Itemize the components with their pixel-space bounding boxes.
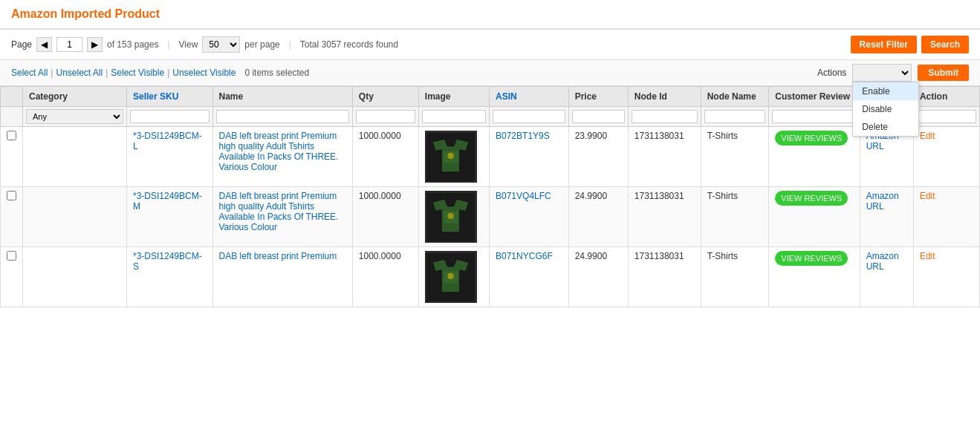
filter-asin-input[interactable] <box>493 110 565 123</box>
product-name-link[interactable]: DAB left breast print Premium high quali… <box>219 131 339 172</box>
row-category <box>23 187 127 247</box>
row-qty: 1000.0000 <box>352 127 418 187</box>
edit-link[interactable]: Edit <box>920 131 935 141</box>
row-action[interactable]: Edit <box>913 127 979 187</box>
page-prev-button[interactable]: ◀ <box>36 37 52 52</box>
row-name[interactable]: DAB left breast print Premium <box>212 247 352 307</box>
row-a[interactable]: Amazon URL <box>860 187 913 247</box>
page-input[interactable] <box>56 37 82 52</box>
table-row: *3-DSI1249BCM-S DAB left breast print Pr… <box>1 247 980 307</box>
row-seller-sku[interactable]: *3-DSI1249BCM-S <box>127 247 213 307</box>
filter-name-input[interactable] <box>216 110 349 123</box>
row-price: 23.9900 <box>568 127 628 187</box>
unselect-all-link[interactable]: Unselect All <box>56 68 103 78</box>
row-asin[interactable]: B071VQ4LFC <box>490 187 569 247</box>
seller-sku-link[interactable]: *3-DSI1249BCM-M <box>133 191 202 212</box>
row-checkbox[interactable] <box>7 131 16 140</box>
view-reviews-button[interactable]: VIEW REVIEWS <box>775 131 848 146</box>
asin-link[interactable]: B071VQ4LFC <box>496 191 551 201</box>
row-checkbox[interactable] <box>7 191 16 200</box>
filter-price[interactable] <box>568 107 628 127</box>
filter-cr-input[interactable] <box>772 110 856 123</box>
filter-image[interactable] <box>418 107 489 127</box>
filter-node-id-input[interactable] <box>632 110 698 123</box>
seller-sku-link[interactable]: *3-DSI1249BCM-L <box>133 131 202 151</box>
asin-link[interactable]: B071NYCG6F <box>496 251 553 261</box>
row-customer-review[interactable]: VIEW REVIEWS <box>769 187 860 247</box>
select-visible-link[interactable]: Select Visible <box>111 68 164 78</box>
view-reviews-button[interactable]: VIEW REVIEWS <box>775 191 848 206</box>
table-row: *3-DSI1249BCM-L DAB left breast print Pr… <box>1 127 980 187</box>
dropdown-enable[interactable]: Enable <box>853 82 918 100</box>
filter-qty-input[interactable] <box>356 110 415 123</box>
filter-action-input[interactable] <box>917 110 976 123</box>
items-selected-count: 0 items selected <box>244 68 309 78</box>
row-checkbox-cell[interactable] <box>1 247 23 307</box>
filter-price-input[interactable] <box>572 110 625 123</box>
row-action[interactable]: Edit <box>913 187 979 247</box>
col-seller-sku: Seller SKU <box>127 87 213 107</box>
page-header: Amazon Imported Product <box>0 0 980 30</box>
product-name-link[interactable]: DAB left breast print Premium high quali… <box>219 191 339 232</box>
filter-node-id[interactable] <box>628 107 701 127</box>
filter-node-name[interactable] <box>701 107 769 127</box>
row-customer-review[interactable]: VIEW REVIEWS <box>769 247 860 307</box>
row-a[interactable]: Amazon URL <box>860 247 913 307</box>
filter-seller-sku[interactable] <box>127 107 213 127</box>
view-select[interactable]: 50 100 200 <box>202 36 240 53</box>
row-seller-sku[interactable]: *3-DSI1249BCM-L <box>127 127 213 187</box>
row-asin[interactable]: B071NYCG6F <box>490 247 569 307</box>
filter-name[interactable] <box>212 107 352 127</box>
table-filter-row: Any <box>1 107 980 127</box>
filter-cr[interactable] <box>769 107 860 127</box>
filter-asin[interactable] <box>490 107 569 127</box>
actions-dropdown-wrapper[interactable]: Enable Disable Delete Enable Disable Del… <box>852 64 912 82</box>
row-image <box>418 187 489 247</box>
row-asin[interactable]: B072BT1Y9S <box>490 127 569 187</box>
row-seller-sku[interactable]: *3-DSI1249BCM-M <box>127 187 213 247</box>
select-all-link[interactable]: Select All <box>11 68 48 78</box>
col-category: Category <box>23 87 127 107</box>
amazon-url-link[interactable]: Amazon URL <box>866 251 899 272</box>
svg-point-3 <box>448 152 454 158</box>
row-customer-review[interactable]: VIEW REVIEWS <box>769 127 860 187</box>
reset-filter-button[interactable]: Reset Filter <box>851 36 917 53</box>
filter-image-input[interactable] <box>422 110 486 123</box>
asin-link[interactable]: B072BT1Y9S <box>496 131 550 141</box>
per-page-label: per page <box>244 39 279 50</box>
filter-node-name-input[interactable] <box>704 110 766 123</box>
page-total-label: of 153 pages <box>107 39 158 50</box>
row-checkbox[interactable] <box>7 251 16 261</box>
row-name[interactable]: DAB left breast print Premium high quali… <box>212 127 352 187</box>
col-action: Action <box>913 87 979 107</box>
row-checkbox-cell[interactable] <box>1 187 23 247</box>
seller-sku-link[interactable]: *3-DSI1249BCM-S <box>133 251 202 272</box>
filter-qty[interactable] <box>352 107 418 127</box>
dropdown-disable[interactable]: Disable <box>853 100 918 118</box>
filter-category[interactable]: Any <box>23 107 127 127</box>
page-next-button[interactable]: ▶ <box>87 37 103 52</box>
page-title: Amazon Imported Product <box>11 7 160 20</box>
view-label: View <box>179 39 198 50</box>
row-name[interactable]: DAB left breast print Premium high quali… <box>212 187 352 247</box>
amazon-url-link[interactable]: Amazon URL <box>866 191 899 212</box>
col-asin: ASIN <box>490 87 569 107</box>
filter-seller-sku-input[interactable] <box>130 110 210 123</box>
view-reviews-button[interactable]: VIEW REVIEWS <box>775 251 848 266</box>
row-price: 24.9900 <box>568 187 628 247</box>
row-checkbox-cell[interactable] <box>1 127 23 187</box>
row-image <box>418 247 489 307</box>
filter-action[interactable] <box>913 107 979 127</box>
table-body: *3-DSI1249BCM-L DAB left breast print Pr… <box>1 127 980 307</box>
unselect-visible-link[interactable]: Unselect Visible <box>172 68 236 78</box>
row-node-name: T-Shirts <box>701 127 769 187</box>
product-name-link[interactable]: DAB left breast print Premium <box>219 251 337 261</box>
edit-link[interactable]: Edit <box>920 191 935 201</box>
row-action[interactable]: Edit <box>913 247 979 307</box>
search-button[interactable]: Search <box>921 36 969 53</box>
dropdown-delete[interactable]: Delete <box>853 118 918 136</box>
actions-select[interactable]: Enable Disable Delete <box>852 64 912 82</box>
filter-category-select[interactable]: Any <box>26 109 123 124</box>
submit-button[interactable]: Submit <box>918 65 969 81</box>
edit-link[interactable]: Edit <box>920 251 935 261</box>
